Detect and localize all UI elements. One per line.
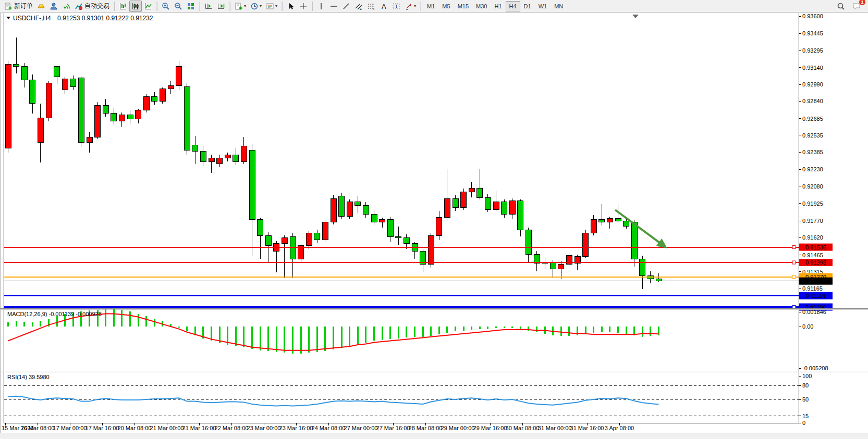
chevron-down-icon[interactable]: ▾ [260, 4, 262, 8]
tf-h4[interactable]: H4 [506, 1, 520, 11]
trendline-button[interactable] [340, 1, 352, 12]
chart-window: USDCHF-,H40.91253 0.91301 0.91222 0.9123… [0, 13, 868, 439]
price-tick-label: 0.91465 [802, 252, 823, 258]
gold-button[interactable] [35, 1, 47, 12]
tf-d1[interactable]: D1 [520, 1, 535, 11]
candle-bull [241, 146, 247, 161]
tf-m30[interactable]: M30 [472, 1, 491, 11]
candle-bull [87, 137, 92, 143]
chevron-down-icon[interactable]: ▾ [244, 4, 246, 8]
candle-bull [322, 222, 328, 240]
text-icon: A [380, 2, 388, 10]
new-order-button-label: 新订单 [14, 2, 33, 10]
candle-bull [176, 67, 182, 86]
candle-bear [78, 78, 84, 143]
line-chart-button[interactable] [142, 1, 154, 12]
candle-bear [127, 115, 133, 119]
candle-bear [233, 155, 239, 161]
chevron-down-icon[interactable]: ▾ [414, 4, 416, 8]
signals-button[interactable] [60, 1, 72, 12]
candle-bear [355, 202, 361, 205]
candle-bull [493, 202, 499, 210]
zoom-in-button[interactable] [160, 1, 172, 12]
macd-axis-label: -0.005208 [802, 365, 828, 371]
chart-title: USDCHF-,H4 [13, 15, 51, 22]
price-tick-label: 0.91165 [802, 285, 823, 292]
vline-icon [317, 2, 325, 10]
chart-ohlc-readout: 0.91253 0.91301 0.91222 0.91232 [57, 15, 153, 22]
horizontal-line-button[interactable] [327, 1, 340, 12]
vertical-line-button[interactable] [315, 1, 327, 12]
tf-mn[interactable]: MN [551, 1, 567, 11]
time-tick-label: 27 Mar 16:00 [376, 425, 410, 431]
price-tag-label: 0.91232 [805, 278, 826, 284]
candle-bear [103, 106, 108, 114]
new-order-icon [4, 2, 13, 10]
chart-shift-button[interactable] [202, 1, 215, 12]
autoscroll-icon [217, 2, 225, 10]
zoom-out-button[interactable] [172, 1, 185, 12]
macd-axis-label: 0.001846 [802, 309, 826, 315]
autotrade-button[interactable]: 自动交易 [72, 1, 112, 12]
rsi-axis-label: 0 [802, 420, 805, 426]
periods-button[interactable]: ▾ [248, 1, 264, 12]
price-tick-label: 0.92685 [802, 116, 823, 122]
candle-bull [95, 106, 101, 137]
price-tick-label: 0.91770 [802, 218, 823, 224]
candle-bear [656, 279, 662, 281]
candle-bear [453, 198, 458, 207]
text-button[interactable]: A [377, 1, 390, 12]
line-drag-handle[interactable] [792, 246, 796, 249]
channel-button[interactable]: E [352, 1, 365, 12]
candle-bear [258, 220, 263, 235]
rsi-axis-label: 50 [802, 396, 809, 403]
candle-bear [21, 67, 27, 80]
line-drag-handle[interactable] [792, 261, 796, 264]
candle-bear [387, 220, 393, 236]
profile-button[interactable] [47, 1, 60, 12]
cursor-icon [287, 2, 295, 10]
chevron-down-icon[interactable]: ▾ [275, 4, 277, 8]
zoom-in-icon [162, 2, 170, 10]
text-label-button[interactable]: T [390, 1, 402, 12]
candle-bear [525, 230, 531, 254]
tf-m1[interactable]: M1 [423, 1, 438, 11]
tf-m15[interactable]: M15 [454, 1, 472, 11]
auto-scroll-button[interactable] [215, 1, 227, 12]
tf-m5[interactable]: M5 [438, 1, 454, 11]
candle-bear [265, 235, 271, 245]
line-drag-handle[interactable] [792, 306, 796, 309]
cursor-button[interactable] [285, 1, 297, 12]
indicators-button[interactable]: ▾ [233, 1, 248, 12]
tf-h1[interactable]: H1 [491, 1, 505, 11]
candlestick-button[interactable] [129, 1, 142, 12]
line-drag-handle[interactable] [792, 275, 796, 279]
chat-button[interactable]: 1 [850, 1, 863, 12]
candle-bear [30, 80, 35, 103]
arrows-button[interactable]: ▾ [402, 1, 418, 12]
search-icon [837, 2, 845, 10]
hline-icon [329, 2, 338, 10]
arrows-icon [405, 2, 413, 10]
time-tick-label: 20 Mar 08:00 [118, 425, 152, 431]
templates-button[interactable]: ▾ [264, 1, 279, 12]
price-tick-label: 0.92080 [802, 183, 823, 190]
bar-chart-button[interactable] [117, 1, 129, 12]
candle-bear [624, 221, 629, 227]
tf-d1-label: D1 [524, 3, 531, 9]
rsi-axis-label: 100 [802, 373, 812, 379]
chart-canvas[interactable]: USDCHF-,H40.91253 0.91301 0.91222 0.9123… [0, 13, 868, 439]
time-tick-label: 16 Mar 08:00 [21, 425, 55, 431]
new-order-button[interactable]: 新订单 [2, 1, 35, 12]
tile-icon [187, 2, 195, 10]
candle-bear [363, 205, 369, 214]
zoom-out-icon [174, 2, 182, 10]
fibonacci-button[interactable]: F [365, 1, 377, 12]
tf-w1[interactable]: W1 [535, 1, 551, 11]
search-button[interactable] [835, 1, 847, 12]
crosshair-button[interactable] [297, 1, 310, 12]
candle-bull [607, 219, 613, 222]
candle-bull [469, 189, 474, 192]
tile-windows-button[interactable] [185, 1, 197, 12]
candle-bear [111, 114, 117, 121]
